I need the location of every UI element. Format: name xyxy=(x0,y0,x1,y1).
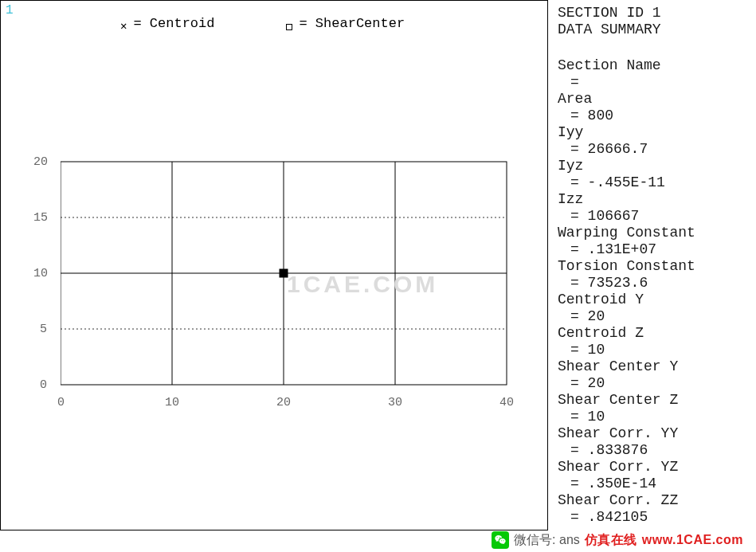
y-tick-15: 15 xyxy=(33,211,48,226)
prop-value: = .131E+07 xyxy=(558,241,753,258)
viewport-number: 1 xyxy=(6,2,14,18)
data-summary-panel: SECTION ID 1 DATA SUMMARY Section Name =… xyxy=(548,0,756,552)
prop-value: = 10 xyxy=(558,342,753,358)
section-name-label: Section Name xyxy=(558,57,753,74)
prop-label: Shear Corr. YY xyxy=(558,425,753,442)
prop-value: = 800 xyxy=(558,108,753,124)
section-mesh-svg xyxy=(61,57,523,471)
wechat-label: 微信号: ans xyxy=(514,532,580,548)
prop-value: = .833876 xyxy=(558,442,753,459)
y-tick-20: 20 xyxy=(33,155,48,170)
prop-label: Iyy xyxy=(558,124,753,141)
prop-value: = 106667 xyxy=(558,208,753,225)
prop-label: Shear Corr. YZ xyxy=(558,459,753,476)
plot-legend: ✕ = Centroid = ShearCenter xyxy=(120,15,405,32)
prop-label: Area xyxy=(558,91,753,108)
legend-centroid-label: = Centroid xyxy=(133,15,214,32)
section-name-value: = xyxy=(558,74,753,91)
section-heading: SECTION ID 1 DATA SUMMARY xyxy=(558,5,753,38)
prop-label: Izz xyxy=(558,191,753,208)
prop-label: Torsion Constant xyxy=(558,258,753,275)
prop-value: = .842105 xyxy=(558,509,753,526)
brand-cn: 仿真在线 xyxy=(585,532,637,548)
wechat-icon xyxy=(492,531,509,549)
prop-value: = 20 xyxy=(558,308,753,325)
prop-value: = 26666.7 xyxy=(558,141,753,158)
y-tick-0: 0 xyxy=(40,378,47,393)
brand-url: www.1CAE.com xyxy=(642,532,743,548)
y-tick-5: 5 xyxy=(40,323,47,338)
prop-label: Centroid Z xyxy=(558,325,753,342)
main-row: 1 ✕ = Centroid = ShearCenter 20 15 10 5 … xyxy=(0,0,756,552)
prop-label: Centroid Y xyxy=(558,292,753,308)
prop-value: = -.455E-11 xyxy=(558,174,753,191)
prop-label: Shear Center Z xyxy=(558,392,753,409)
section-properties: Area= 800Iyy= 26666.7Iyz= -.455E-11Izz= … xyxy=(558,91,753,526)
legend-centroid: ✕ = Centroid xyxy=(120,15,214,32)
prop-label: Shear Center Y xyxy=(558,358,753,375)
prop-label: Shear Corr. ZZ xyxy=(558,492,753,509)
prop-value: = 73523.6 xyxy=(558,275,753,292)
legend-shearcenter: = ShearCenter xyxy=(286,15,405,32)
page-footer: 微信号: ans 仿真在线 www.1CAE.com xyxy=(492,531,743,549)
prop-value: = 20 xyxy=(558,375,753,392)
y-tick-10: 10 xyxy=(33,267,48,282)
shearcenter-marker-icon xyxy=(286,24,292,30)
centroid-marker-icon: ✕ xyxy=(120,20,127,34)
graphics-frame: 1 ✕ = Centroid = ShearCenter 20 15 10 5 … xyxy=(0,0,548,530)
svg-rect-9 xyxy=(280,269,288,277)
prop-label: Warping Constant xyxy=(558,225,753,241)
legend-shearcenter-label: = ShearCenter xyxy=(299,15,405,32)
prop-value: = .350E-14 xyxy=(558,476,753,492)
plot-area: 20 15 10 5 0 0 10 20 30 40 xyxy=(61,57,523,471)
prop-label: Iyz xyxy=(558,158,753,174)
prop-value: = 10 xyxy=(558,409,753,425)
section-title-line1: SECTION ID 1 xyxy=(558,5,661,21)
section-title-line2: DATA SUMMARY xyxy=(558,22,661,37)
